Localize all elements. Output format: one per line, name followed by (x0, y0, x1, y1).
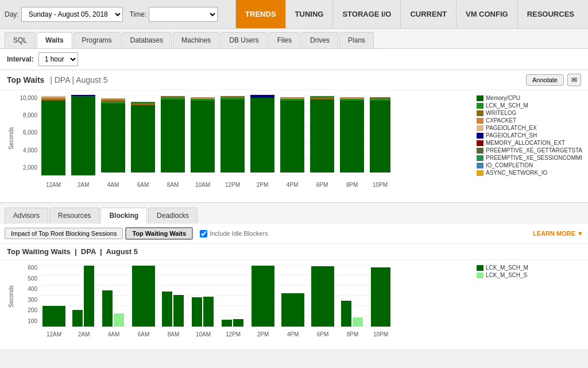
svg-rect-15 (101, 100, 125, 102)
svg-rect-68 (132, 266, 155, 327)
svg-text:10PM: 10PM (373, 182, 388, 188)
tab-vm-config[interactable]: VM CONFIG (456, 0, 517, 28)
email-button[interactable]: ✉ (567, 74, 581, 86)
learn-more-button[interactable]: LEARN MORE ▼ (533, 230, 583, 237)
svg-text:2AM: 2AM (78, 331, 90, 338)
svg-text:6AM: 6AM (137, 182, 149, 188)
tab-resources[interactable]: Resources (49, 208, 99, 224)
subtab-waits[interactable]: Waits (37, 32, 72, 48)
tab-trends[interactable]: TRENDS (235, 0, 285, 28)
legend-item-preemptive-xe-sess: PREEMPTIVE_XE_SESSIONCOMMI (477, 155, 581, 161)
svg-rect-78 (341, 301, 351, 327)
legend-item-pageiolatch-sh: PAGEIOLATCH_SH (477, 132, 581, 139)
svg-text:8AM: 8AM (168, 331, 180, 338)
bottom-legend-lck-m-sch-s: LCK_M_SCH_S (477, 272, 581, 278)
svg-text:4AM: 4AM (108, 331, 120, 338)
svg-rect-33 (280, 99, 304, 101)
bottom-y-axis-ticks: 600 500 400 300 200 100 (17, 264, 39, 328)
top-chart-area: Seconds 10,000 8,000 6,000 4,000 2,000 (7, 95, 472, 198)
svg-rect-67 (114, 313, 124, 327)
blocking-sub-header: Impact of Top Root Blocking Sessions Top… (0, 224, 588, 244)
svg-text:4AM: 4AM (107, 182, 119, 188)
day-label: Day: (5, 10, 19, 18)
subtab-programs[interactable]: Programs (74, 32, 121, 48)
svg-rect-64 (72, 310, 83, 327)
svg-rect-74 (233, 319, 243, 327)
subtab-db-users[interactable]: DB Users (220, 32, 267, 48)
tab-deadlocks[interactable]: Deadlocks (148, 208, 198, 224)
top-chart-title: Top Waits | DPA | August 5 (7, 75, 111, 85)
subtab-databases[interactable]: Databases (122, 32, 172, 48)
legend-item-memory-cpu: Memory/CPU (477, 95, 581, 101)
svg-rect-32 (280, 101, 304, 172)
svg-text:8PM: 8PM (347, 331, 359, 338)
subtab-plans[interactable]: Plans (339, 32, 374, 48)
svg-rect-27 (220, 98, 245, 99)
bottom-chart-area: Seconds 600 500 400 300 200 100 (7, 264, 472, 344)
tab-advisors[interactable]: Advisors (5, 208, 48, 224)
svg-rect-25 (191, 97, 215, 99)
top-chart-header: Top Waits | DPA | August 5 Annotate ✉ (0, 70, 588, 90)
subtab-sql[interactable]: SQL (5, 32, 36, 48)
subtab-machines[interactable]: Machines (173, 32, 219, 48)
svg-rect-71 (192, 297, 202, 327)
include-idle-checkbox[interactable] (200, 230, 207, 237)
tab-resources[interactable]: RESOURCES (517, 0, 583, 28)
svg-text:4PM: 4PM (287, 182, 299, 188)
svg-text:10AM: 10AM (195, 182, 210, 188)
svg-text:12AM: 12AM (46, 182, 61, 188)
top-chart-bars: 12AM 2AM 4AM 6AM 8AM 10AM 12PM 2PM 4PM 6… (40, 95, 472, 194)
legend-item-writelog: WRITELOG (477, 110, 581, 116)
svg-text:12AM: 12AM (47, 331, 61, 338)
svg-rect-7 (41, 99, 65, 101)
top-chart-legend: Memory/CPU LCK_M_SCH_M WRITELOG CXPACKET… (472, 95, 581, 198)
subtab-files[interactable]: Files (269, 32, 300, 48)
interval-select[interactable]: 1 hour (38, 52, 78, 66)
legend-item-preemptive-xe-get: PREEMPTIVE_XE_GETTARGETSTA (477, 147, 581, 154)
bottom-tabs-bar: Advisors Resources Blocking Deadlocks (0, 202, 588, 224)
subtab-drives[interactable]: Drives (301, 32, 338, 48)
svg-rect-37 (310, 96, 334, 98)
annotate-button[interactable]: Annotate (526, 74, 564, 86)
svg-rect-73 (222, 320, 232, 327)
main-nav-tabs: TRENDS TUNING STORAGE I/O CURRENT VM CON… (235, 0, 583, 28)
svg-rect-76 (281, 293, 304, 327)
legend-item-cxpacket: CXPACKET (477, 117, 581, 124)
bottom-chart-title: Top Waiting Waits | DPA | August 5 (7, 247, 138, 256)
tab-storage-io[interactable]: STORAGE I/O (332, 0, 400, 28)
svg-text:8AM: 8AM (167, 182, 179, 188)
bottom-y-axis-label: Seconds (8, 285, 14, 308)
top-chart-container: Seconds 10,000 8,000 6,000 4,000 2,000 (0, 90, 588, 202)
svg-rect-14 (101, 102, 125, 103)
include-idle-label: Include Idle Blockers (210, 230, 268, 237)
svg-rect-22 (161, 96, 185, 98)
svg-rect-72 (203, 297, 214, 327)
tab-blocking[interactable]: Blocking (100, 208, 147, 224)
svg-text:2PM: 2PM (257, 331, 269, 338)
svg-rect-65 (84, 266, 94, 327)
bottom-chart-header: Top Waiting Waits | DPA | August 5 (0, 244, 588, 260)
svg-rect-39 (340, 99, 364, 101)
svg-rect-10 (71, 96, 95, 175)
svg-rect-18 (131, 103, 155, 105)
svg-text:10PM: 10PM (373, 331, 388, 338)
tab-tuning[interactable]: TUNING (285, 0, 333, 28)
tab-current[interactable]: CURRENT (400, 0, 456, 28)
svg-rect-69 (162, 292, 172, 327)
day-select[interactable]: Sunday - August 05, 2018 (21, 7, 123, 22)
svg-rect-77 (311, 266, 334, 327)
svg-text:12PM: 12PM (226, 331, 241, 338)
time-select[interactable] (149, 7, 218, 22)
svg-rect-23 (191, 101, 215, 172)
svg-rect-40 (340, 97, 364, 99)
interval-label: Interval: (7, 55, 34, 63)
y-axis-ticks: 10,000 8,000 6,000 4,000 2,000 (17, 95, 39, 182)
top-waiting-waits-button[interactable]: Top Waiting Waits (125, 227, 193, 240)
svg-rect-41 (370, 101, 390, 172)
legend-item-pageiolatch-ex: PAGEIOLATCH_EX (477, 125, 581, 131)
impact-top-root-button[interactable]: Impact of Top Root Blocking Sessions (5, 228, 123, 239)
svg-text:4PM: 4PM (287, 331, 299, 338)
svg-rect-38 (340, 101, 364, 172)
svg-text:6PM: 6PM (317, 331, 329, 338)
svg-rect-26 (220, 99, 245, 172)
